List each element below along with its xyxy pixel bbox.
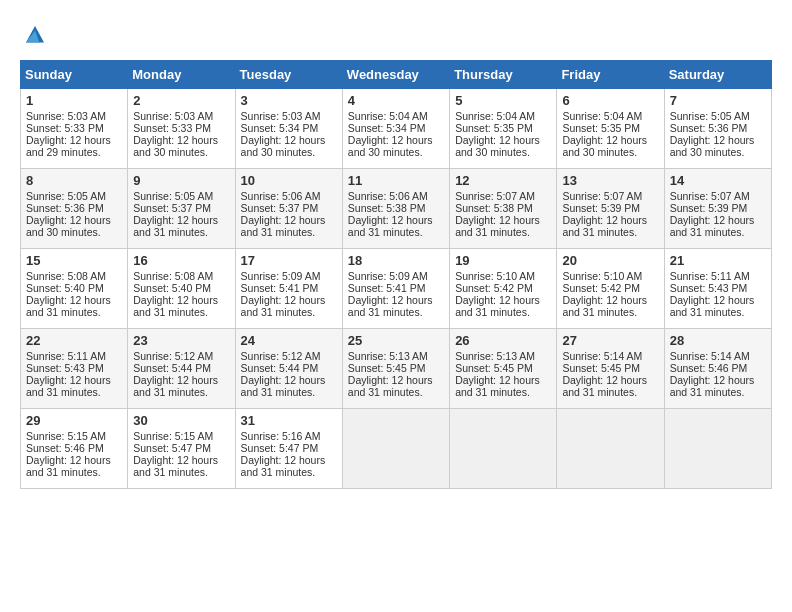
day-number: 16 [133, 253, 229, 268]
sunset-text: Sunset: 5:36 PM [670, 122, 748, 134]
week-row-5: 29Sunrise: 5:15 AMSunset: 5:46 PMDayligh… [21, 409, 772, 489]
calendar-cell: 19Sunrise: 5:10 AMSunset: 5:42 PMDayligh… [450, 249, 557, 329]
sunset-text: Sunset: 5:47 PM [241, 442, 319, 454]
sunrise-text: Sunrise: 5:12 AM [241, 350, 321, 362]
daylight-text: Daylight: 12 hours and 30 minutes. [562, 134, 647, 158]
day-number: 15 [26, 253, 122, 268]
week-row-2: 8Sunrise: 5:05 AMSunset: 5:36 PMDaylight… [21, 169, 772, 249]
sunrise-text: Sunrise: 5:07 AM [455, 190, 535, 202]
day-number: 9 [133, 173, 229, 188]
sunrise-text: Sunrise: 5:16 AM [241, 430, 321, 442]
daylight-text: Daylight: 12 hours and 31 minutes. [241, 374, 326, 398]
sunset-text: Sunset: 5:33 PM [26, 122, 104, 134]
calendar-cell: 7Sunrise: 5:05 AMSunset: 5:36 PMDaylight… [664, 89, 771, 169]
calendar-cell: 8Sunrise: 5:05 AMSunset: 5:36 PMDaylight… [21, 169, 128, 249]
calendar-cell: 28Sunrise: 5:14 AMSunset: 5:46 PMDayligh… [664, 329, 771, 409]
calendar-cell [450, 409, 557, 489]
day-number: 10 [241, 173, 337, 188]
calendar-cell: 4Sunrise: 5:04 AMSunset: 5:34 PMDaylight… [342, 89, 449, 169]
calendar-cell: 3Sunrise: 5:03 AMSunset: 5:34 PMDaylight… [235, 89, 342, 169]
sunrise-text: Sunrise: 5:06 AM [348, 190, 428, 202]
day-number: 31 [241, 413, 337, 428]
day-number: 18 [348, 253, 444, 268]
sunrise-text: Sunrise: 5:04 AM [455, 110, 535, 122]
daylight-text: Daylight: 12 hours and 30 minutes. [26, 214, 111, 238]
sunrise-text: Sunrise: 5:03 AM [26, 110, 106, 122]
day-number: 13 [562, 173, 658, 188]
sunset-text: Sunset: 5:43 PM [670, 282, 748, 294]
sunrise-text: Sunrise: 5:14 AM [562, 350, 642, 362]
sunrise-text: Sunrise: 5:05 AM [26, 190, 106, 202]
header-day-tuesday: Tuesday [235, 61, 342, 89]
daylight-text: Daylight: 12 hours and 31 minutes. [26, 454, 111, 478]
day-number: 22 [26, 333, 122, 348]
daylight-text: Daylight: 12 hours and 31 minutes. [241, 294, 326, 318]
sunrise-text: Sunrise: 5:04 AM [348, 110, 428, 122]
sunrise-text: Sunrise: 5:12 AM [133, 350, 213, 362]
sunset-text: Sunset: 5:42 PM [455, 282, 533, 294]
day-number: 5 [455, 93, 551, 108]
sunset-text: Sunset: 5:43 PM [26, 362, 104, 374]
sunset-text: Sunset: 5:37 PM [133, 202, 211, 214]
sunset-text: Sunset: 5:35 PM [455, 122, 533, 134]
day-number: 25 [348, 333, 444, 348]
calendar-cell: 1Sunrise: 5:03 AMSunset: 5:33 PMDaylight… [21, 89, 128, 169]
sunrise-text: Sunrise: 5:05 AM [133, 190, 213, 202]
sunrise-text: Sunrise: 5:13 AM [455, 350, 535, 362]
week-row-4: 22Sunrise: 5:11 AMSunset: 5:43 PMDayligh… [21, 329, 772, 409]
daylight-text: Daylight: 12 hours and 31 minutes. [241, 214, 326, 238]
sunrise-text: Sunrise: 5:13 AM [348, 350, 428, 362]
sunrise-text: Sunrise: 5:08 AM [133, 270, 213, 282]
calendar-cell: 6Sunrise: 5:04 AMSunset: 5:35 PMDaylight… [557, 89, 664, 169]
sunset-text: Sunset: 5:41 PM [348, 282, 426, 294]
sunrise-text: Sunrise: 5:05 AM [670, 110, 750, 122]
sunset-text: Sunset: 5:41 PM [241, 282, 319, 294]
sunrise-text: Sunrise: 5:09 AM [241, 270, 321, 282]
calendar-cell: 18Sunrise: 5:09 AMSunset: 5:41 PMDayligh… [342, 249, 449, 329]
sunrise-text: Sunrise: 5:09 AM [348, 270, 428, 282]
sunrise-text: Sunrise: 5:15 AM [133, 430, 213, 442]
sunset-text: Sunset: 5:45 PM [455, 362, 533, 374]
daylight-text: Daylight: 12 hours and 31 minutes. [26, 374, 111, 398]
calendar-cell: 10Sunrise: 5:06 AMSunset: 5:37 PMDayligh… [235, 169, 342, 249]
daylight-text: Daylight: 12 hours and 30 minutes. [133, 134, 218, 158]
day-number: 20 [562, 253, 658, 268]
calendar-cell [342, 409, 449, 489]
calendar-cell: 12Sunrise: 5:07 AMSunset: 5:38 PMDayligh… [450, 169, 557, 249]
calendar-cell: 14Sunrise: 5:07 AMSunset: 5:39 PMDayligh… [664, 169, 771, 249]
sunrise-text: Sunrise: 5:11 AM [670, 270, 750, 282]
header-day-wednesday: Wednesday [342, 61, 449, 89]
daylight-text: Daylight: 12 hours and 31 minutes. [670, 294, 755, 318]
calendar-cell [664, 409, 771, 489]
header-day-thursday: Thursday [450, 61, 557, 89]
daylight-text: Daylight: 12 hours and 31 minutes. [562, 214, 647, 238]
header-day-saturday: Saturday [664, 61, 771, 89]
sunset-text: Sunset: 5:33 PM [133, 122, 211, 134]
day-number: 27 [562, 333, 658, 348]
calendar-cell: 15Sunrise: 5:08 AMSunset: 5:40 PMDayligh… [21, 249, 128, 329]
calendar-cell: 9Sunrise: 5:05 AMSunset: 5:37 PMDaylight… [128, 169, 235, 249]
day-number: 29 [26, 413, 122, 428]
day-number: 30 [133, 413, 229, 428]
day-number: 28 [670, 333, 766, 348]
day-number: 3 [241, 93, 337, 108]
calendar-cell: 26Sunrise: 5:13 AMSunset: 5:45 PMDayligh… [450, 329, 557, 409]
page-header [20, 20, 772, 50]
sunset-text: Sunset: 5:35 PM [562, 122, 640, 134]
day-number: 19 [455, 253, 551, 268]
sunrise-text: Sunrise: 5:03 AM [133, 110, 213, 122]
daylight-text: Daylight: 12 hours and 31 minutes. [133, 214, 218, 238]
daylight-text: Daylight: 12 hours and 31 minutes. [26, 294, 111, 318]
calendar-cell: 27Sunrise: 5:14 AMSunset: 5:45 PMDayligh… [557, 329, 664, 409]
sunset-text: Sunset: 5:46 PM [670, 362, 748, 374]
calendar-cell: 25Sunrise: 5:13 AMSunset: 5:45 PMDayligh… [342, 329, 449, 409]
day-number: 17 [241, 253, 337, 268]
daylight-text: Daylight: 12 hours and 31 minutes. [348, 294, 433, 318]
sunset-text: Sunset: 5:36 PM [26, 202, 104, 214]
sunrise-text: Sunrise: 5:10 AM [562, 270, 642, 282]
daylight-text: Daylight: 12 hours and 31 minutes. [562, 294, 647, 318]
sunset-text: Sunset: 5:42 PM [562, 282, 640, 294]
sunrise-text: Sunrise: 5:03 AM [241, 110, 321, 122]
sunset-text: Sunset: 5:44 PM [133, 362, 211, 374]
sunset-text: Sunset: 5:37 PM [241, 202, 319, 214]
